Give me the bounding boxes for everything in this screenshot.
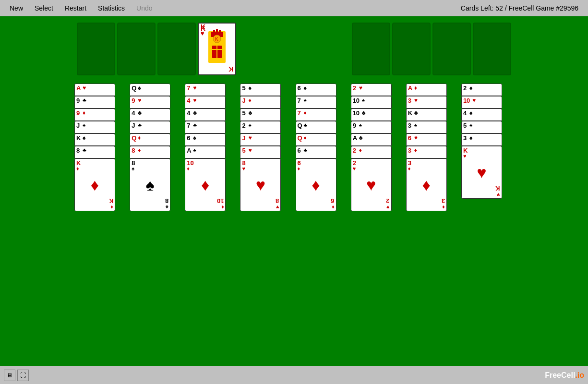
card[interactable]: 3♦ [406, 146, 447, 158]
monitor-icon[interactable]: 🖥 [4, 370, 15, 381]
column-1: A♥9♣9♦J♠K♠8♣K♦♦K♦ [74, 84, 127, 361]
bottom-icons: 🖥 ⛶ [4, 370, 29, 381]
card[interactable]: 5♣ [240, 108, 281, 121]
svg-text:♥: ♥ [201, 30, 204, 36]
card[interactable]: Q♣ [296, 121, 336, 133]
svg-rect-6 [219, 30, 221, 34]
card[interactable]: K♦♦K♦ [74, 158, 115, 211]
foundation-3[interactable] [432, 23, 471, 75]
foundation-4[interactable] [473, 23, 511, 75]
card[interactable]: 2♠ [240, 121, 281, 133]
card[interactable]: 7♣ [185, 121, 226, 133]
card[interactable]: Q♠ [130, 84, 170, 96]
svg-text:K: K [228, 65, 233, 72]
card[interactable]: 9♦ [74, 108, 115, 121]
card[interactable]: J♣ [130, 121, 170, 133]
freecell-king-hearts[interactable]: K ♥ K K [198, 23, 236, 75]
card[interactable]: J♦ [240, 96, 281, 108]
card[interactable]: 4♥ [185, 96, 226, 108]
card[interactable]: 9♣ [74, 96, 115, 108]
svg-rect-7 [216, 29, 218, 33]
menubar: New Select Restart Statistics Undo Cards… [0, 0, 588, 16]
card[interactable]: 2♠ [461, 84, 502, 96]
card[interactable]: 6♥ [406, 133, 447, 146]
freecell-1[interactable] [77, 23, 115, 75]
bottom-bar: 🖥 ⛶ FreeCell.io [0, 366, 588, 384]
brand-label: FreeCell.io [545, 371, 584, 380]
card[interactable]: 9♠ [351, 121, 392, 133]
column-6: 2♥10♠10♣9♠A♣2♦2♥♥2♥ [351, 84, 403, 361]
svg-text:K: K [215, 36, 218, 42]
card[interactable]: 2♥ [351, 84, 392, 96]
card[interactable]: 8♠♠8♠ [130, 158, 170, 211]
card[interactable]: 7♠ [296, 96, 336, 108]
card[interactable]: K♥♥K♥ [461, 146, 502, 199]
foundations [352, 23, 511, 75]
top-area: K ♥ K K [77, 21, 511, 76]
menu-select[interactable]: Select [29, 2, 59, 14]
card[interactable]: K♣ [406, 108, 447, 121]
card[interactable]: 6♠ [296, 84, 336, 96]
svg-rect-5 [213, 30, 215, 34]
status-text: Cards Left: 52 / FreeCell Game #29596 [461, 4, 584, 12]
column-5: 6♠7♠7♦Q♣Q♦6♣6♦♦6♦ [296, 84, 348, 361]
freecell-card-symbol: K ♥ K K [199, 23, 235, 75]
card[interactable]: Q♦ [296, 133, 336, 146]
fullscreen-icon[interactable]: ⛶ [17, 370, 29, 381]
foundation-2[interactable] [392, 23, 431, 75]
column-8: 2♠10♥4♠5♠3♠K♥♥K♥ [461, 84, 514, 361]
column-4: 5♠J♦5♣2♠J♥5♥8♥♥8♥ [240, 84, 292, 361]
card[interactable]: J♠ [74, 121, 115, 133]
card[interactable]: 10♦♦10♦ [185, 158, 226, 211]
freecell-3[interactable] [157, 23, 196, 75]
card[interactable]: K♠ [74, 133, 115, 146]
card[interactable]: 10♣ [351, 108, 392, 121]
card[interactable]: 3♠ [406, 121, 447, 133]
menu-statistics[interactable]: Statistics [92, 2, 131, 14]
card[interactable]: A♥ [74, 84, 115, 96]
svg-text:K: K [201, 23, 205, 31]
card[interactable]: 8♥♥8♥ [240, 158, 281, 211]
column-3: 7♥4♥4♣7♣6♠A♠10♦♦10♦ [185, 84, 237, 361]
card[interactable]: 9♥ [130, 96, 170, 108]
columns-area: A♥9♣9♦J♠K♠8♣K♦♦K♦Q♠9♥4♣J♣Q♦8♦8♠♠8♠7♥4♥4♣… [74, 84, 514, 361]
card[interactable]: 7♦ [296, 108, 336, 121]
card[interactable]: 10♠ [351, 96, 392, 108]
card[interactable]: 5♥ [240, 146, 281, 158]
menu-restart[interactable]: Restart [59, 2, 92, 14]
card[interactable]: 3♥ [406, 96, 447, 108]
card[interactable]: 2♥♥2♥ [351, 158, 392, 211]
card[interactable]: 3♠ [461, 133, 502, 146]
card[interactable]: 8♣ [74, 146, 115, 158]
card[interactable]: J♥ [240, 133, 281, 146]
card[interactable]: 6♠ [185, 133, 226, 146]
card[interactable]: 10♥ [461, 96, 502, 108]
card[interactable]: 2♦ [351, 146, 392, 158]
card[interactable]: 8♦ [130, 146, 170, 158]
free-cells: K ♥ K K [77, 23, 236, 75]
card[interactable]: 7♥ [185, 84, 226, 96]
card[interactable]: A♦ [406, 84, 447, 96]
freecell-2[interactable] [117, 23, 156, 75]
menu-undo: Undo [131, 2, 158, 14]
card[interactable]: Q♦ [130, 133, 170, 146]
card[interactable]: 4♠ [461, 108, 502, 121]
card[interactable]: 4♣ [130, 108, 170, 121]
card[interactable]: 6♦♦6♦ [296, 158, 336, 211]
card[interactable]: A♣ [351, 133, 392, 146]
column-7: A♦3♥K♣3♠6♥3♦3♦♦3♦ [406, 84, 458, 361]
card[interactable]: 4♣ [185, 108, 226, 121]
foundation-1[interactable] [352, 23, 390, 75]
game-area: K ♥ K K [0, 16, 588, 366]
card[interactable]: 5♠ [461, 121, 502, 133]
card[interactable]: 6♣ [296, 146, 336, 158]
card[interactable]: 3♦♦3♦ [406, 158, 447, 211]
card[interactable]: 5♠ [240, 84, 281, 96]
menu-new[interactable]: New [4, 2, 29, 14]
freecell-4[interactable]: K ♥ K K [198, 23, 236, 75]
column-2: Q♠9♥4♣J♣Q♦8♦8♠♠8♠ [130, 84, 182, 361]
card[interactable]: A♠ [185, 146, 226, 158]
